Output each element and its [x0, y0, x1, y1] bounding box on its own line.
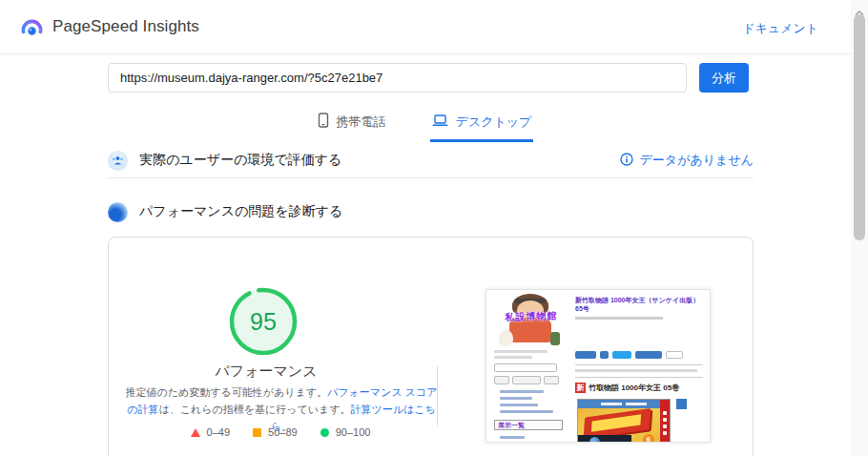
thumb-sidebar-box-title: 展示一覧 [494, 420, 563, 430]
analyze-button[interactable]: 分析 [699, 63, 749, 93]
no-data-status[interactable]: データがありません [620, 152, 754, 169]
info-icon [620, 153, 633, 169]
performance-score-gauge[interactable]: 95 [229, 287, 298, 356]
performance-report-card: 95 パフォーマンス 推定値のため変動する可能性があります。パフォーマンス スコ… [108, 237, 754, 456]
thumb-site-name: 私設博物館 [493, 309, 569, 325]
phone-icon [318, 113, 329, 131]
vertical-divider [437, 366, 438, 425]
scrollbar-track[interactable] [851, 0, 868, 456]
legend-range-pass: 90–100 [336, 426, 371, 438]
legend-item-fail: 0–49 [191, 426, 230, 438]
score-legend: 0–49 50–89 90–100 [118, 426, 443, 438]
thumb-main-content: 新竹取物語 1000年女王（サンケイ出版）65号 新 竹取物語 1000年女王 … [575, 297, 705, 442]
disclaimer-text-1: 推定値のため変動する可能性があります。 [126, 386, 328, 398]
legend-range-fail: 0–49 [207, 426, 230, 438]
page-title: PageSpeed Insights [52, 17, 199, 36]
green-circle-icon [320, 428, 329, 437]
thumb-text-line [494, 350, 548, 353]
performance-score-label: パフォーマンス [109, 363, 424, 381]
thumb-text-line [494, 356, 532, 359]
no-data-label: データがありません [640, 152, 754, 169]
legend-range-average: 50–89 [268, 426, 298, 438]
thumb-article-title: 竹取物語 1000年女王 05巻 [589, 383, 679, 393]
lab-section-header: パフォーマンスの問題を診断する [108, 200, 754, 223]
scrollbar-thumb[interactable] [854, 14, 865, 240]
section-divider [108, 177, 754, 178]
url-input[interactable] [108, 63, 687, 93]
thumb-site-logo: 私設博物館 [497, 294, 564, 347]
field-data-section-header: 実際のユーザーの環境で評価する データがありません [108, 149, 754, 172]
thumb-divider [575, 377, 703, 378]
thumb-article-heading: 新 竹取物語 1000年女王 05巻 [575, 383, 679, 393]
thumb-sidebar: 私設博物館 展示一覧 [492, 294, 568, 442]
thumb-breadcrumb-line [575, 317, 663, 320]
thumb-search-buttons [494, 376, 568, 384]
page-screenshot-thumbnail: 私設博物館 展示一覧 [486, 289, 711, 443]
thumb-divider [575, 364, 703, 365]
thumb-page-title: 新竹取物語 1000年女王（サンケイ出版）65号 [575, 297, 705, 314]
tab-mobile-label: 携帯電話 [337, 114, 386, 131]
users-icon [108, 151, 128, 171]
tab-mobile[interactable]: 携帯電話 [316, 105, 388, 142]
app-header: PageSpeed Insights ドキュメント [0, 0, 868, 54]
laptop-icon [432, 114, 448, 130]
documentation-link[interactable]: ドキュメント [742, 20, 818, 37]
tab-desktop[interactable]: デスクトップ [430, 105, 534, 142]
legend-item-pass: 90–100 [320, 426, 371, 438]
thumb-new-badge: 新 [575, 383, 586, 393]
pagespeed-logo-icon [19, 16, 44, 37]
tab-desktop-label: デスクトップ [456, 114, 532, 131]
thumb-share-buttons [575, 351, 683, 359]
thumb-comic-cover-image: 6 [577, 399, 671, 443]
legend-item-average: 50–89 [253, 426, 298, 438]
lab-section-title: パフォーマンスの問題を診断する [139, 203, 342, 220]
thumb-widget-icon [676, 399, 687, 409]
thumb-tags-line [575, 369, 697, 372]
thumb-nav-links [492, 436, 568, 443]
thumb-search-box [494, 363, 557, 372]
performance-score-value: 95 [229, 287, 298, 356]
orange-square-icon [253, 428, 261, 437]
field-section-title: 実際のユーザーの環境で評価する [139, 152, 341, 169]
disclaimer-text-2: は、これらの指標を基に行っています。 [158, 404, 350, 415]
thumb-nav-links [492, 390, 568, 413]
red-triangle-icon [191, 428, 200, 437]
diagnose-gauge-icon [108, 202, 128, 222]
device-tabs: 携帯電話 デスクトップ [0, 105, 849, 142]
